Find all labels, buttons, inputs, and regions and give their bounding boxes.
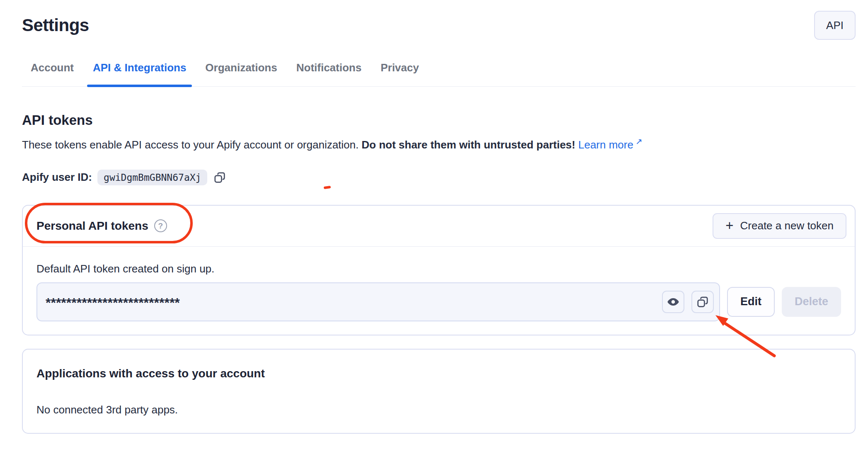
user-id-label: Apify user ID: [22, 171, 92, 184]
page-title: Settings [22, 15, 89, 35]
tab-api-integrations[interactable]: API & Integrations [87, 61, 192, 86]
applications-empty-text: No connected 3rd party apps. [36, 403, 841, 416]
help-icon[interactable]: ? [154, 219, 167, 232]
personal-tokens-card-header: Personal API tokens ? + Create a new tok… [23, 206, 855, 247]
token-row: Edit Delete [36, 282, 841, 321]
section-title: API tokens [22, 112, 856, 128]
tab-organizations[interactable]: Organizations [199, 61, 283, 86]
tabs: AccountAPI & IntegrationsOrganizationsNo… [22, 61, 856, 87]
user-id-value: gwiDgmBmGBNN67aXj [97, 170, 207, 185]
tab-notifications[interactable]: Notifications [291, 61, 367, 86]
section-description: These tokens enable API access to your A… [22, 136, 856, 151]
external-link-icon: ↗ [635, 137, 643, 146]
token-field-wrap [36, 282, 720, 321]
tab-account[interactable]: Account [25, 61, 80, 86]
api-button[interactable]: API [814, 11, 856, 40]
description-warning: Do not share them with untrusted parties… [361, 139, 575, 151]
delete-token-button[interactable]: Delete [782, 287, 841, 317]
personal-tokens-title: Personal API tokens [36, 219, 148, 233]
create-token-label: Create a new token [740, 219, 834, 232]
user-id-row: Apify user ID: gwiDgmBmGBNN67aXj [22, 170, 856, 185]
copy-user-id-button[interactable] [213, 170, 227, 185]
copy-icon [696, 296, 709, 308]
settings-page: Settings API AccountAPI & IntegrationsOr… [0, 0, 868, 452]
tab-privacy[interactable]: Privacy [375, 61, 425, 86]
copy-icon [213, 171, 226, 184]
personal-tokens-card: Personal API tokens ? + Create a new tok… [22, 205, 856, 335]
reveal-token-button[interactable] [662, 291, 684, 313]
learn-more-label: Learn more [578, 139, 633, 151]
eye-icon [667, 296, 679, 308]
applications-card: Applications with access to your account… [22, 349, 856, 434]
copy-token-button[interactable] [691, 291, 714, 313]
applications-title: Applications with access to your account [36, 367, 841, 380]
create-token-button[interactable]: + Create a new token [713, 213, 846, 239]
edit-token-button[interactable]: Edit [727, 287, 775, 317]
learn-more-link[interactable]: Learn more↗ [578, 139, 643, 151]
personal-tokens-card-body: Default API token created on sign up. [23, 247, 855, 335]
page-header: Settings API [22, 11, 856, 40]
token-description: Default API token created on sign up. [36, 262, 841, 275]
description-text: These tokens enable API access to your A… [22, 139, 359, 151]
token-input[interactable] [36, 282, 720, 321]
plus-icon: + [725, 219, 733, 232]
token-inline-actions [662, 291, 714, 313]
